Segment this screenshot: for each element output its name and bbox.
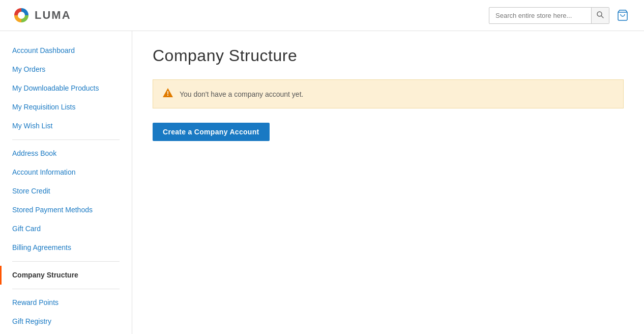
sidebar-divider-3 — [12, 289, 120, 289]
page-title: Company Structure — [153, 46, 624, 65]
sidebar-item-my-orders[interactable]: My Orders — [0, 60, 132, 79]
alert-message: You don't have a company account yet. — [180, 90, 303, 98]
sidebar-item-stored-payment-methods[interactable]: Stored Payment Methods — [0, 201, 132, 219]
search-input[interactable] — [489, 8, 591, 23]
main-content: Company Structure ! You don't have a com… — [132, 31, 644, 334]
sidebar-item-gift-card[interactable]: Gift Card — [0, 219, 132, 238]
cart-button[interactable] — [613, 6, 632, 24]
search-icon — [597, 11, 604, 18]
sidebar-divider-2 — [12, 261, 120, 262]
logo[interactable]: LUMA — [12, 6, 71, 24]
sidebar-item-my-requisition-lists[interactable]: My Requisition Lists — [0, 98, 132, 117]
sidebar-item-my-downloadable-products[interactable]: My Downloadable Products — [0, 79, 132, 98]
sidebar-item-store-credit[interactable]: Store Credit — [0, 182, 132, 201]
sidebar-item-company-structure[interactable]: Company Structure — [0, 266, 132, 285]
luma-logo-icon — [12, 6, 31, 24]
create-company-account-button[interactable]: Create a Company Account — [153, 123, 270, 141]
sidebar-item-reward-points[interactable]: Reward Points — [0, 293, 132, 312]
search-box — [489, 7, 609, 24]
svg-text:!: ! — [167, 90, 169, 97]
sidebar-item-address-book[interactable]: Address Book — [0, 144, 132, 163]
main-layout: Account Dashboard My Orders My Downloada… — [0, 31, 644, 334]
sidebar-divider-1 — [12, 140, 120, 140]
sidebar-item-billing-agreements[interactable]: Billing Agreements — [0, 238, 132, 257]
sidebar-item-gift-registry[interactable]: Gift Registry — [0, 312, 132, 331]
cart-icon — [617, 9, 629, 21]
svg-point-1 — [18, 12, 25, 19]
site-header: LUMA — [0, 0, 644, 31]
warning-triangle-icon: ! — [162, 87, 173, 98]
logo-text: LUMA — [35, 9, 71, 22]
sidebar-item-account-information[interactable]: Account Information — [0, 163, 132, 182]
svg-line-3 — [601, 16, 603, 18]
sidebar-item-account-dashboard[interactable]: Account Dashboard — [0, 41, 132, 60]
sidebar-item-my-wish-list[interactable]: My Wish List — [0, 117, 132, 135]
warning-icon: ! — [162, 87, 173, 101]
search-button[interactable] — [591, 8, 609, 23]
header-right — [489, 6, 632, 24]
alert-box: ! You don't have a company account yet. — [153, 79, 624, 108]
sidebar: Account Dashboard My Orders My Downloada… — [0, 31, 132, 334]
